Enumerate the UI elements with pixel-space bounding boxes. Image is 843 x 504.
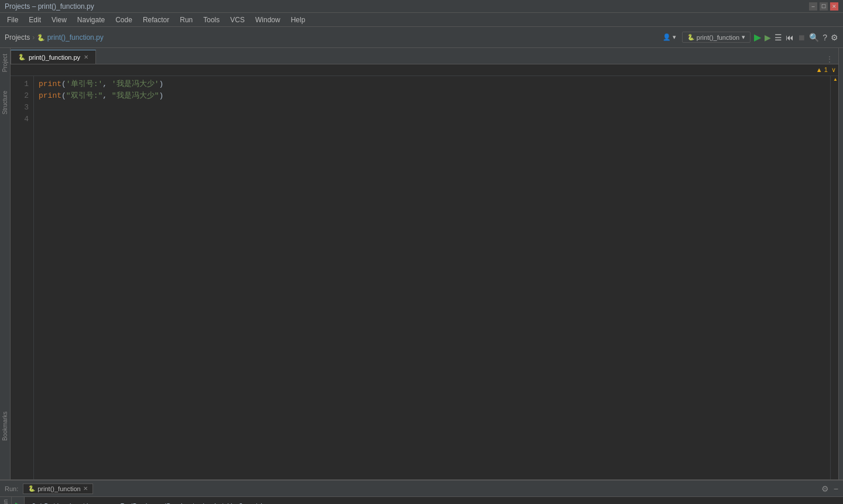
breadcrumb-file[interactable]: 🐍 print()_function.py bbox=[37, 33, 103, 42]
editor-tab-active[interactable]: 🐍 print()_function.py ✕ bbox=[11, 50, 96, 64]
sidebar-tab-structure[interactable]: Structure bbox=[1, 87, 9, 118]
editor-more-button[interactable]: ⋮ bbox=[821, 54, 838, 64]
menu-refactor[interactable]: Refactor bbox=[138, 15, 174, 25]
inspections-bar: ▲ 1 ∨ bbox=[11, 64, 838, 76]
minimize-button[interactable]: – bbox=[809, 2, 817, 11]
line-number: 1 bbox=[11, 78, 33, 90]
code-line-3 bbox=[39, 102, 825, 114]
window-controls: – ☐ ✕ bbox=[809, 2, 838, 11]
main-area: Project Structure Bookmarks 🐍 print()_fu… bbox=[0, 48, 843, 479]
code-editor[interactable]: 1 2 3 4 print('单引号:', '我是冯大少') print("双引… bbox=[11, 76, 838, 479]
code-line-2: print("双引号:", "我是冯大少") bbox=[39, 90, 825, 102]
profile-run-button[interactable]: ⏮ bbox=[786, 33, 794, 42]
debug-button[interactable]: ▶ bbox=[765, 33, 771, 42]
search-everywhere-button[interactable]: 🔍 bbox=[809, 33, 819, 42]
editor-tab-label: print()_function.py bbox=[29, 54, 80, 61]
breadcrumb: Projects › 🐍 print()_function.py bbox=[5, 33, 656, 42]
run-tab[interactable]: 🐍 print()_function ✕ bbox=[23, 484, 92, 494]
toolbar: Projects › 🐍 print()_function.py 👤 ▾ 🐍 p… bbox=[0, 27, 843, 48]
run-tab-close[interactable]: ✕ bbox=[83, 485, 88, 492]
menu-bar: File Edit View Navigate Code Refactor Ru… bbox=[0, 13, 843, 27]
code-line-1: print('单引号:', '我是冯大少') bbox=[39, 78, 825, 90]
editor-area: 🐍 print()_function.py ✕ ⋮ ▲ 1 ∨ 1 2 3 4 … bbox=[11, 48, 838, 479]
menu-vcs[interactable]: VCS bbox=[225, 15, 249, 25]
line-number: 4 bbox=[11, 114, 33, 125]
app-title: Projects – print()_function.py bbox=[5, 2, 94, 11]
run-panel-minimize[interactable]: − bbox=[834, 484, 838, 493]
editor-scrollbar[interactable]: ▲ bbox=[830, 76, 838, 479]
run-toolbar: ▶ ↑ ↓ 🔧 ⏹ ▤ 📌 ▤ 🗑 bbox=[12, 497, 25, 504]
help-button[interactable]: ? bbox=[823, 33, 827, 42]
bottom-panel: Run: 🐍 print()_function ✕ ⚙ − Run ▶ ↑ ↓ … bbox=[0, 479, 843, 504]
menu-run[interactable]: Run bbox=[175, 15, 197, 25]
close-button[interactable]: ✕ bbox=[830, 2, 838, 11]
stop-button[interactable]: ⏹ bbox=[797, 33, 806, 42]
code-content[interactable]: print('单引号:', '我是冯大少') print("双引号:", "我是… bbox=[34, 76, 830, 479]
run-configuration[interactable]: 🐍 print()_function ▾ bbox=[682, 32, 751, 43]
settings-button[interactable]: ⚙ bbox=[831, 33, 838, 42]
menu-edit[interactable]: Edit bbox=[24, 15, 46, 25]
line-number: 2 bbox=[11, 90, 33, 102]
line-number: 3 bbox=[11, 102, 33, 114]
inspections-count[interactable]: ▲ 1 ∨ bbox=[816, 66, 836, 74]
console-output[interactable]: G:\Python\python.exe F:/Pycharm/Projects… bbox=[25, 497, 843, 504]
run-button[interactable]: ▶ bbox=[754, 32, 761, 43]
menu-view[interactable]: View bbox=[47, 15, 71, 25]
toolbar-right: 👤 ▾ 🐍 print()_function ▾ ▶ ▶ ☰ ⏮ ⏹ 🔍 ? ⚙ bbox=[660, 32, 838, 43]
code-line-4 bbox=[39, 114, 825, 125]
breadcrumb-sep: › bbox=[32, 33, 35, 42]
menu-file[interactable]: File bbox=[2, 15, 23, 25]
sidebar-tab-project[interactable]: Project bbox=[1, 50, 9, 76]
run-panel-gear[interactable]: ⚙ bbox=[821, 484, 829, 493]
sidebar-bottom-icon: Run bbox=[2, 499, 9, 504]
run-restart-button[interactable]: ▶ bbox=[15, 500, 21, 504]
menu-help[interactable]: Help bbox=[286, 15, 310, 25]
run-tab-label: print()_function bbox=[37, 485, 80, 492]
sidebar-tab-bookmarks[interactable]: Bookmarks bbox=[1, 408, 9, 444]
warning-gutter-marker: ▲ bbox=[832, 76, 838, 83]
menu-tools[interactable]: Tools bbox=[198, 15, 224, 25]
run-tab-bar: Run: 🐍 print()_function ✕ ⚙ − bbox=[0, 481, 843, 497]
menu-window[interactable]: Window bbox=[251, 15, 285, 25]
run-config-label: print()_function bbox=[697, 34, 739, 41]
bottom-content: Run ▶ ↑ ↓ 🔧 ⏹ ▤ 📌 ▤ 🗑 G:\Python\python.e… bbox=[0, 497, 843, 504]
profile-button[interactable]: 👤 ▾ bbox=[660, 32, 678, 42]
menu-navigate[interactable]: Navigate bbox=[73, 15, 109, 25]
breadcrumb-project[interactable]: Projects bbox=[5, 33, 30, 42]
menu-code[interactable]: Code bbox=[111, 15, 137, 25]
run-config-dropdown-icon: ▾ bbox=[742, 33, 745, 41]
right-panel-collapsed bbox=[838, 48, 843, 479]
line-numbers: 1 2 3 4 bbox=[11, 76, 34, 479]
run-left-sidebar: Run bbox=[0, 497, 12, 504]
run-label: Run: bbox=[5, 485, 18, 492]
maximize-button[interactable]: ☐ bbox=[820, 2, 828, 11]
editor-tabs: 🐍 print()_function.py ✕ ⋮ bbox=[11, 48, 838, 64]
left-sidebar: Project Structure Bookmarks bbox=[0, 48, 11, 479]
title-bar: Projects – print()_function.py – ☐ ✕ bbox=[0, 0, 843, 13]
editor-tab-close[interactable]: ✕ bbox=[84, 54, 88, 60]
console-line-cmd: G:\Python\python.exe F:/Pycharm/Projects… bbox=[32, 502, 836, 504]
coverage-button[interactable]: ☰ bbox=[775, 33, 782, 42]
